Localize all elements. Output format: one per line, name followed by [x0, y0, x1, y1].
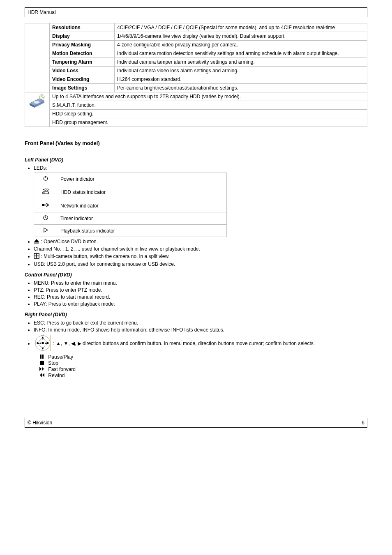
clock-icon — [43, 215, 48, 221]
svg-marker-18 — [34, 239, 39, 242]
led-icon-cell — [34, 199, 57, 212]
list-item: ▲/+ ▼/− II ◀◀ ▶▶ : ▲, ▼, ◀, ▶ direction … — [34, 334, 367, 378]
led-label: Playback status indicator — [57, 225, 227, 237]
spec-label: Resolutions — [50, 23, 115, 32]
svg-marker-42 — [40, 373, 42, 377]
sublist-item: Rewind — [39, 373, 367, 378]
spec-desc: Individual camera video loss alarm setti… — [115, 67, 367, 75]
spec-desc: 4-zone configurable video privacy maskin… — [115, 41, 367, 49]
spec-desc: Per-camera brightness/contrast/saturatio… — [115, 84, 367, 92]
hdd-icon — [29, 94, 46, 109]
section-heading-front-panel: Front Panel (Varies by model) — [25, 140, 367, 146]
list-item: MENU: Press to enter the main menu. — [34, 280, 367, 286]
pause-icon — [39, 354, 45, 360]
led-table: Power indicator HDD HDD status indicator — [34, 173, 227, 237]
svg-marker-40 — [42, 367, 44, 371]
list-item: PLAY: Press to enter playback mode. — [34, 301, 367, 307]
sublist-item: Fast forward — [39, 366, 367, 372]
svg-text:HDD: HDD — [42, 188, 48, 191]
sublist-text: Rewind — [48, 373, 65, 378]
list-item: : Multi-camera button, switch the camera… — [34, 253, 367, 260]
led-label: Power indicator — [57, 173, 227, 185]
led-label: Network indicator — [57, 199, 227, 212]
svg-marker-39 — [39, 367, 42, 371]
svg-text:▼/−: ▼/− — [41, 350, 44, 352]
grid-icon — [34, 253, 39, 260]
led-icon-cell: HDD — [34, 185, 57, 199]
hdd-indicator-icon: HDD — [41, 188, 50, 195]
list-text: : Multi-camera button, switch the camera… — [41, 253, 169, 259]
svg-text:II: II — [42, 339, 43, 341]
svg-rect-11 — [43, 193, 44, 193]
spec-label: Image Settings — [50, 84, 115, 92]
section-heading-control-panel: Control Panel (DVD) — [25, 272, 367, 278]
svg-text:◀◀: ◀◀ — [37, 342, 41, 344]
svg-rect-19 — [34, 243, 39, 244]
rewind-icon — [39, 373, 45, 378]
page-number: 6 — [362, 420, 364, 426]
list-text: Channel No. : 1, 2, ... used for channel… — [34, 246, 200, 252]
category-cell-hdd — [25, 92, 50, 127]
spec-label: Tampering Alarm — [50, 58, 115, 67]
leds-caption: LEDs: Power indicator HDD — [34, 165, 367, 237]
header-title: HDR Manual — [28, 9, 56, 15]
sublist-text: Pause/Play — [48, 354, 73, 360]
list-item: : Open/Close DVD button. — [34, 239, 367, 245]
svg-rect-25 — [42, 342, 44, 344]
list-text: : Open/Close DVD button. — [41, 239, 98, 244]
spec-desc: H.264 compression standard. — [115, 75, 367, 84]
spec-desc: S.M.A.R.T. function. — [50, 101, 367, 110]
list-item: PTZ: Press to enter PTZ mode. — [34, 287, 367, 293]
spec-label: Video Loss — [50, 67, 115, 75]
list-text: USB: USB 2.0 port, used for connecting a… — [34, 261, 175, 267]
sublist-item: Stop — [39, 360, 367, 366]
leds-caption-text: LEDs: — [34, 165, 47, 171]
svg-line-16 — [46, 218, 47, 218]
section-heading-left-panel: Left Panel (DVD) — [25, 157, 367, 163]
svg-rect-12 — [42, 204, 44, 206]
spec-desc: 1/4/6/8/9/16-camera live view display (v… — [115, 32, 367, 41]
led-icon-cell — [34, 173, 57, 185]
power-icon — [43, 175, 48, 181]
list-item: USB: USB 2.0 port, used for connecting a… — [34, 261, 367, 267]
led-icon-cell — [34, 212, 57, 225]
spec-label: Privacy Masking — [50, 41, 115, 49]
play-outline-icon — [43, 227, 48, 233]
section-heading-right-panel: Right Panel (DVD) — [25, 312, 367, 318]
sublist-text: Fast forward — [48, 366, 76, 372]
list-item: INFO: In menu mode, INFO shows help info… — [34, 327, 367, 333]
svg-rect-38 — [40, 361, 44, 365]
svg-marker-27 — [42, 348, 44, 350]
svg-text:▲/+: ▲/+ — [41, 334, 44, 336]
spec-label: Display — [50, 32, 115, 41]
led-label: HDD status indicator — [57, 185, 227, 199]
category-cell-video — [25, 23, 50, 92]
spec-label: Video Encoding — [50, 75, 115, 84]
spec-desc: Up to 4 SATA interfaces and each support… — [50, 92, 367, 101]
footer-left: © Hikvision — [28, 420, 52, 426]
page-header: HDR Manual — [25, 7, 367, 17]
spec-desc: Individual camera motion detection sensi… — [115, 49, 367, 58]
spec-desc: Individual camera tamper alarm sensitivi… — [115, 58, 367, 67]
svg-point-3 — [33, 101, 40, 104]
sublist-item: Pause/Play — [39, 354, 367, 360]
spec-desc: 4CIF/2CIF / VGA / DCIF / CIF / QCIF (Spe… — [115, 23, 367, 32]
spec-desc: HDD sleep setting. — [50, 110, 367, 118]
dpad-icon: ▲/+ ▼/− II ◀◀ ▶▶ — [34, 334, 52, 353]
list-text: : ▲, ▼, ◀, ▶ direction buttons and confi… — [53, 341, 315, 346]
sublist-text: Stop — [48, 360, 58, 366]
stop-icon — [39, 360, 45, 366]
led-icon-cell — [34, 225, 57, 237]
spec-label: Motion Detection — [50, 49, 115, 58]
svg-marker-17 — [44, 228, 47, 233]
spec-desc: HDD group management. — [50, 118, 367, 127]
svg-marker-41 — [42, 373, 44, 377]
list-item: REC: Press to start manual record. — [34, 294, 367, 300]
network-icon — [42, 202, 50, 208]
list-item: ESC: Press to go back or exit the curren… — [34, 320, 367, 326]
svg-rect-37 — [42, 355, 44, 359]
eject-icon — [34, 239, 39, 245]
led-label: Timer indicator — [57, 212, 227, 225]
svg-text:▶▶: ▶▶ — [45, 342, 48, 344]
list-item: Channel No. : 1, 2, ... used for channel… — [34, 246, 367, 252]
